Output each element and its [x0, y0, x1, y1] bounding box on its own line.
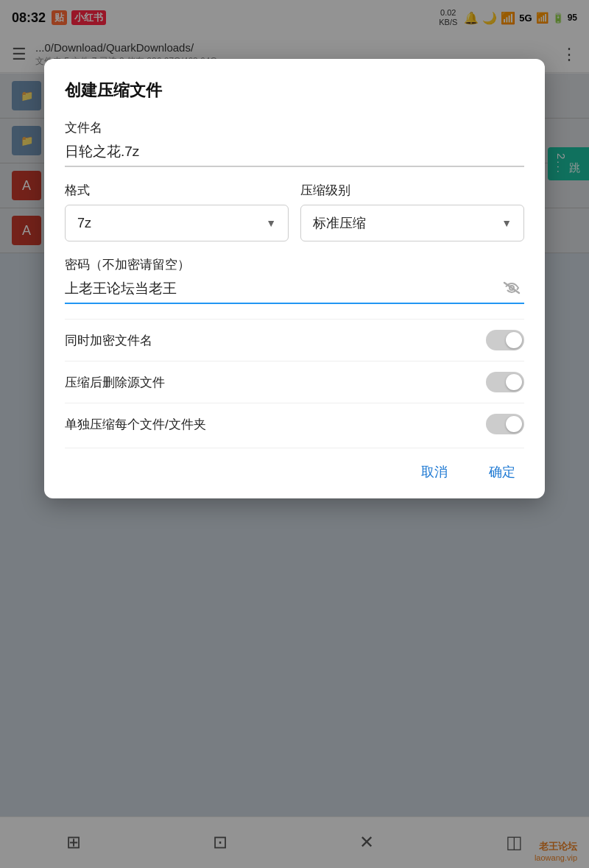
toggle-delete-label: 压缩后删除源文件 — [65, 374, 165, 391]
compression-dropdown-arrow: ▼ — [501, 217, 512, 229]
password-input[interactable] — [65, 280, 524, 304]
filename-label: 文件名 — [65, 119, 524, 136]
toggle-encrypt-switch[interactable] — [486, 330, 524, 350]
compression-value: 标准压缩 — [313, 214, 366, 232]
toggle-individual-compress: 单独压缩每个文件/文件夹 — [65, 403, 524, 445]
dropdowns-row: 7z ▼ 标准压缩 ▼ — [65, 205, 524, 241]
format-compression-labels: 格式 压缩级别 — [65, 182, 524, 199]
cancel-button[interactable]: 取消 — [415, 460, 454, 484]
password-label: 密码（不加密请留空） — [65, 256, 524, 273]
toggle-encrypt-filename: 同时加密文件名 — [65, 319, 524, 361]
toggle-encrypt-label: 同时加密文件名 — [65, 332, 152, 349]
dialog-overlay: 创建压缩文件 文件名 格式 压缩级别 7z ▼ 标准压缩 ▼ 密码（不加密请留空… — [0, 0, 589, 868]
dialog-title: 创建压缩文件 — [65, 80, 524, 102]
toggle-individual-thumb — [506, 416, 522, 432]
format-dropdown-arrow: ▼ — [266, 217, 276, 229]
toggle-individual-label: 单独压缩每个文件/文件夹 — [65, 416, 206, 433]
format-value: 7z — [77, 216, 91, 231]
format-label: 格式 — [65, 182, 289, 199]
confirm-button[interactable]: 确定 — [483, 460, 521, 484]
format-dropdown[interactable]: 7z ▼ — [65, 205, 289, 241]
create-archive-dialog: 创建压缩文件 文件名 格式 压缩级别 7z ▼ 标准压缩 ▼ 密码（不加密请留空… — [44, 59, 545, 498]
toggle-delete-thumb — [506, 374, 522, 390]
compression-dropdown[interactable]: 标准压缩 ▼ — [300, 205, 524, 241]
toggle-delete-source: 压缩后删除源文件 — [65, 361, 524, 403]
password-input-wrap — [65, 280, 524, 304]
toggle-delete-switch[interactable] — [486, 372, 524, 392]
toggle-encrypt-thumb — [506, 332, 522, 348]
password-visibility-toggle[interactable] — [502, 280, 521, 300]
compression-label: 压缩级别 — [289, 182, 524, 199]
toggle-individual-switch[interactable] — [486, 414, 524, 434]
filename-input[interactable] — [65, 144, 524, 167]
dialog-buttons: 取消 确定 — [65, 448, 524, 498]
